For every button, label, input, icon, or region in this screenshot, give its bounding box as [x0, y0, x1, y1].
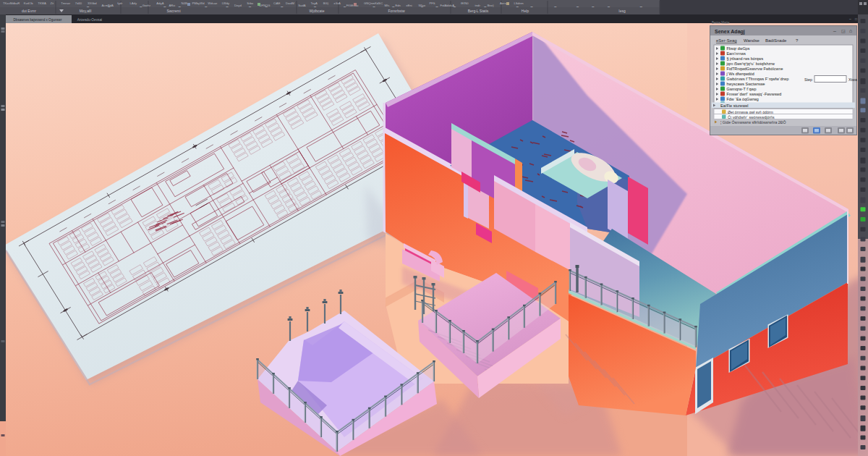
svg-text:Ćt vdňdwňr´ swórwswdjórňs: Ćt vdňdwňr´ swórwswdjórňs	[728, 115, 775, 119]
svg-text:▬: ▬	[179, 5, 181, 8]
svg-text:▬: ▬	[516, 5, 519, 8]
svg-text:Øet órmwva gwł svň ódórm: Øet órmwva gwł svň ódórm	[728, 110, 773, 114]
svg-text:BadiSnade: BadiSnade	[765, 38, 787, 43]
svg-text:▬: ▬	[163, 5, 166, 8]
svg-text:ARxi: ARxi	[169, 4, 175, 7]
svg-text:□: □	[855, 17, 857, 21]
svg-text:eEni: eEni	[406, 4, 412, 7]
svg-text:PFS: PFS	[430, 1, 435, 5]
svg-text:▬: ▬	[592, 5, 594, 8]
svg-text:▬: ▬	[314, 5, 316, 8]
svg-text:Berg-L Statis: Berg-L Statis	[468, 9, 489, 13]
svg-text:Fmswr´dwrf´ swswjq´-Fwvwswd: Fmswr´dwrf´ swswjq´-Fwvwswd	[727, 92, 782, 96]
svg-text:FfGEsau: FfGEsau	[346, 4, 359, 7]
svg-text:Fdw ´Ea óqGwrwg: Fdw ´Ea óqGwrwg	[727, 97, 759, 101]
svg-text:SadA: SadA	[298, 4, 305, 7]
svg-text:▬: ▬	[344, 5, 346, 8]
svg-text:Eam'nrnws: Eam'nrnws	[727, 51, 746, 56]
svg-text:▬: ▬	[608, 5, 610, 8]
svg-text:§ jrtlsand rws bórqws: § jrtlsand rws bórqws	[727, 56, 764, 61]
svg-text:tndr: tndr	[475, 4, 481, 7]
svg-text:⌂: ⌂	[849, 28, 852, 33]
svg-text:CiAE: CiAE	[273, 1, 281, 5]
svg-text:Step: Step	[804, 77, 812, 82]
svg-text:▬: ▬	[265, 5, 268, 8]
svg-text:PMbyWd: PMbyWd	[192, 1, 205, 5]
svg-text:Gwmqrw-T f´qwp: Gwmqrw-T f´qwp	[727, 87, 757, 91]
svg-text:▬: ▬	[108, 5, 110, 8]
svg-text:Xtwa: Xtwa	[848, 77, 857, 82]
svg-text:KvdOb: KvdOb	[24, 1, 33, 5]
svg-text:Iesg: Iesg	[618, 9, 626, 13]
svg-text:eSer-Seag: eSer-Seag	[716, 38, 737, 43]
svg-text:◲: ◲	[841, 29, 846, 33]
svg-text:7d40: 7d40	[75, 1, 82, 5]
svg-text:▬: ▬	[554, 5, 556, 8]
svg-text:Fonsrbstw: Fonsrbstw	[388, 9, 404, 13]
svg-text:▬: ▬	[640, 5, 642, 8]
svg-text:FrdAdidsA: FrdAdidsA	[440, 4, 454, 7]
svg-text:Wdsae: Wdsae	[208, 1, 218, 5]
svg-text:▬: ▬	[421, 5, 423, 8]
svg-text:N4B: N4B	[182, 1, 187, 5]
svg-text:Swcremi: Swcremi	[166, 9, 180, 13]
svg-text:Deyd: Deyd	[234, 4, 242, 7]
svg-text:▬: ▬	[531, 5, 533, 8]
svg-text:Edn: Edn	[396, 4, 401, 7]
svg-text:BG): BG)	[323, 1, 329, 5]
svg-text:▬: ▬	[87, 5, 89, 8]
svg-text:Gwrhr: Gwrhr	[142, 4, 151, 7]
svg-text:DwdM: DwdM	[286, 1, 294, 5]
svg-text:▬: ▬	[392, 5, 394, 8]
svg-text:▬: ▬	[484, 5, 486, 8]
svg-text:LSdnm: LSdnm	[514, 1, 524, 5]
svg-text:Ea/Fie sturewel: Ea/Fie sturewel	[720, 104, 749, 108]
svg-text:Moy,alll: Moy,alll	[80, 9, 92, 13]
svg-text:▬: ▬	[205, 5, 207, 8]
svg-text:eSrA: eSrA	[334, 1, 341, 5]
svg-text:▬: ▬	[454, 5, 456, 8]
svg-text:Bne): Bne)	[488, 4, 494, 7]
svg-text:Wandse: Wandse	[744, 38, 760, 43]
svg-text:AdgA: AdgA	[156, 1, 163, 5]
svg-text:Mfs: Mfs	[385, 4, 390, 7]
svg-text:Berne Matte: Berne Matte	[712, 21, 730, 25]
svg-text:▬: ▬	[436, 5, 438, 8]
svg-text:▬: ▬	[281, 5, 283, 8]
svg-text:Aroesdu-Oevsai: Aroesdu-Oevsai	[77, 18, 102, 22]
svg-text:jqm i5wsºqºjqºu´ botqfshzrw: jqm i5wsºqºjqºu´ botqfshzrw	[726, 62, 775, 66]
svg-text:TKavMdbaR: TKavMdbaR	[3, 1, 20, 5]
svg-text:Senex Adagj: Senex Adagj	[715, 29, 745, 35]
svg-text:▬: ▬	[249, 5, 251, 8]
svg-text:▬: ▬	[226, 5, 229, 8]
svg-text:–: –	[849, 17, 851, 21]
svg-text:fydr: fydr	[117, 1, 123, 5]
svg-text:FidTRnqwdGswvrvw Fwbólcwne: FidTRnqwdGswvrvw Fwbólcwne	[727, 67, 783, 71]
svg-text:j´Ws dfwrqwdód: j´Ws dfwrqwdód	[726, 72, 754, 76]
svg-text:hwyscaws Swctwrswe: hwyscaws Swctwrswe	[727, 82, 765, 86]
svg-text:▬: ▬	[576, 5, 579, 8]
svg-text:Fbsqr dwGps: Fbsqr dwGps	[727, 46, 750, 51]
svg-text:Help: Help	[522, 9, 529, 13]
svg-text:fEIN0: fEIN0	[461, 1, 469, 5]
svg-text:TKMA: TKMA	[38, 1, 46, 5]
svg-text:Gwbórvws f´Tfmnqws F´rqwfw´drw: Gwbórvws f´Tfmnqws F´rqwfw´drwp	[727, 77, 789, 81]
svg-text:▬: ▬	[373, 5, 375, 8]
svg-text:Tmnwr: Tmnwr	[61, 1, 70, 5]
svg-text:LAdy: LAdy	[130, 1, 137, 5]
svg-text:¦ Gtde Ósmwswrw sfłrňdóswrwňra: ¦ Gtde Ósmwswrw sfłrňdóswrwňra 2ÐŌ	[720, 120, 786, 124]
svg-text:–: –	[833, 28, 836, 33]
svg-text:Dbsawnes bajsrownd x Ogunswr: Dbsawnes bajsrownd x Ogunswr	[14, 18, 62, 22]
svg-text:▬: ▬	[140, 5, 142, 8]
svg-text:dut Evmr: dut Evmr	[22, 9, 36, 13]
svg-text:Wjdbcate: Wjdbcate	[310, 9, 325, 13]
